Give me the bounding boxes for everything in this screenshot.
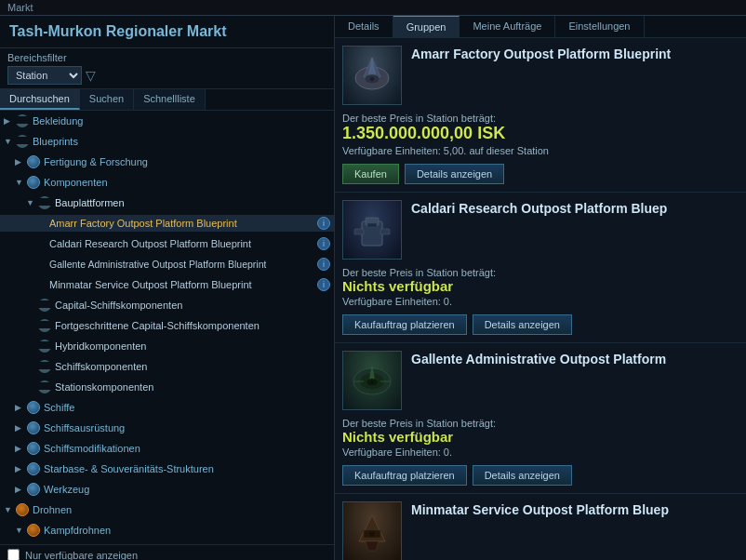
item-label: Schiffe	[44, 402, 74, 413]
units-label-gallente: Verfügbare Einheiten: 0.	[342, 447, 739, 458]
category-icon	[27, 442, 40, 455]
tree-item-minmatar-bp[interactable]: Minmatar Service Outpost Platform Bluepr…	[0, 274, 334, 295]
expand-arrow: ▼	[26, 198, 35, 207]
tree-item-kampfdrohnen[interactable]: ▼ Kampfdrohnen	[0, 520, 334, 540]
item-label: Caldari Research Outpost Platform Bluepr…	[49, 238, 251, 249]
category-icon	[38, 340, 51, 353]
category-icon-blueprints	[16, 135, 29, 148]
filter-icon[interactable]: ▽	[86, 68, 96, 83]
expand-arrow: ▼	[4, 505, 13, 514]
info-icon-amarr[interactable]: i	[317, 217, 330, 230]
market-card-caldari: Caldari Research Outpost Platform Bluep …	[335, 193, 746, 343]
station-select[interactable]: Station	[7, 66, 82, 85]
expand-arrow: ▶	[15, 444, 24, 453]
item-label: Minmatar Service Outpost Platform Bluepr…	[49, 279, 252, 290]
tab-schnellliste[interactable]: Schnellliste	[134, 89, 206, 110]
minmatar-thumbnail-svg	[345, 504, 399, 558]
detail-content: Amarr Factory Outpost Platform Blueprint…	[335, 38, 746, 560]
buy-order-button-gallente[interactable]: Kaufauftrag platzieren	[342, 465, 467, 486]
item-label: Bekleidung	[33, 115, 83, 127]
available-only-label[interactable]: Nur verfügbare anzeigen	[25, 550, 138, 561]
tree-item-gallente-bp[interactable]: Gallente Administrative Outpost Platform…	[0, 254, 334, 274]
info-icon-caldari[interactable]: i	[317, 237, 330, 250]
units-label-caldari: Verfügbare Einheiten: 0.	[342, 296, 739, 307]
tab-details[interactable]: Details	[335, 16, 393, 37]
tree-item-starbase[interactable]: ▶ Starbase- & Souveränitäts-Strukturen	[0, 459, 334, 479]
tree-item-drohnen[interactable]: ▼ Drohnen	[0, 500, 334, 520]
price-label: Der beste Preis in Station beträgt:	[342, 418, 739, 429]
buy-button-amarr[interactable]: Kaufen	[342, 164, 399, 184]
tree-item-hybrid[interactable]: Hybridkomponenten	[0, 336, 334, 356]
svg-rect-9	[380, 229, 390, 234]
market-card-gallente: Gallente Administrative Outpost Platform…	[335, 343, 746, 494]
expand-arrow: ▶	[15, 423, 24, 433]
price-section-gallente: Der beste Preis in Station beträgt: Nich…	[342, 416, 739, 460]
expand-arrow: ▼	[4, 137, 13, 146]
item-thumbnail-minmatar	[342, 501, 402, 560]
category-icon	[38, 319, 51, 332]
item-label: Blueprints	[33, 136, 78, 147]
expand-arrow: ▶	[15, 403, 24, 412]
category-icon	[27, 483, 40, 496]
market-item-header: Caldari Research Outpost Platform Bluep	[342, 200, 739, 260]
item-label: Amarr Factory Outpost Platform Blueprint	[49, 218, 237, 229]
expand-arrow: ▶	[15, 464, 24, 473]
filter-label: Bereichsfilter	[7, 52, 326, 63]
item-label: Stationskomponenten	[55, 381, 153, 393]
tab-meine-auftraege[interactable]: Meine Aufträge	[460, 16, 555, 37]
available-only-checkbox[interactable]	[7, 549, 20, 560]
left-panel: Tash-Murkon Regionaler Markt Bereichsfil…	[0, 16, 335, 560]
item-info: Gallente Administrative Outpost Platform	[411, 351, 666, 367]
tree-item-fertigung[interactable]: ▶ Fertigung & Forschung	[0, 152, 334, 172]
right-panel: Details Gruppen Meine Aufträge Einstellu…	[335, 16, 746, 560]
tree-item-schiffsausr[interactable]: ▶ Schiffsausrüstung	[0, 418, 334, 438]
tree-item-bauplattformen[interactable]: ▼ Bauplattformen	[0, 193, 334, 213]
item-label: Werkzeug	[44, 484, 89, 495]
tree-item-caldari-bp[interactable]: Caldari Research Outpost Platform Bluepr…	[0, 233, 334, 254]
category-icon	[38, 360, 51, 373]
item-title-caldari: Caldari Research Outpost Platform Bluep	[411, 200, 667, 217]
category-icon	[27, 524, 40, 537]
tab-einstellungen[interactable]: Einstellungen	[555, 16, 644, 37]
svg-point-15	[370, 380, 375, 385]
svg-rect-10	[367, 223, 377, 227]
info-icon-gallente[interactable]: i	[317, 258, 330, 271]
category-icon	[27, 421, 40, 434]
tree-item-werkzeug[interactable]: ▶ Werkzeug	[0, 479, 334, 500]
caldari-thumbnail-svg	[345, 203, 399, 257]
item-title-gallente: Gallente Administrative Outpost Platform	[411, 351, 666, 367]
market-title: Tash-Murkon Regionaler Markt	[0, 16, 334, 48]
item-info: Minmatar Service Outpost Platform Bluep	[411, 501, 669, 518]
tree-item-bekleidung[interactable]: ▶ Bekleidung	[0, 111, 334, 131]
item-label: Starbase- & Souveränitäts-Strukturen	[44, 463, 214, 474]
main-layout: Tash-Murkon Regionaler Markt Bereichsfil…	[0, 16, 746, 560]
tree-item-amarr-bp[interactable]: Amarr Factory Outpost Platform Blueprint…	[0, 213, 334, 233]
filter-section: Bereichsfilter Station ▽	[0, 48, 334, 89]
expand-arrow: ▼	[15, 526, 24, 535]
tab-gruppen[interactable]: Gruppen	[393, 16, 460, 37]
info-icon-minmatar[interactable]: i	[317, 278, 330, 291]
tree-item-schiffe[interactable]: ▶ Schiffe	[0, 397, 334, 418]
tree-item-adv-capital[interactable]: Fortgeschrittene Capital-Schiffskomponen…	[0, 315, 334, 336]
tree-item-komponenten[interactable]: ▼ Komponenten	[0, 172, 334, 193]
tab-suchen[interactable]: Suchen	[80, 89, 134, 110]
market-card-minmatar: Minmatar Service Outpost Platform Bluep	[335, 494, 746, 560]
svg-point-21	[369, 531, 375, 537]
tree-item-stationskomp[interactable]: Stationskomponenten	[0, 377, 334, 397]
buy-order-button-caldari[interactable]: Kaufauftrag platzieren	[342, 314, 467, 335]
item-info: Caldari Research Outpost Platform Bluep	[411, 200, 667, 217]
details-button-gallente[interactable]: Details anzeigen	[473, 465, 572, 486]
svg-marker-19	[366, 541, 379, 551]
item-label: Komponenten	[44, 177, 108, 188]
tree-item-schiffskomp[interactable]: Schiffskomponenten	[0, 356, 334, 377]
tree-item-blueprints[interactable]: ▼ Blueprints	[0, 131, 334, 152]
price-section-caldari: Der beste Preis in Station beträgt: Nich…	[342, 265, 739, 309]
details-button-caldari[interactable]: Details anzeigen	[473, 314, 572, 335]
bottom-checkbox-row: Nur verfügbare anzeigen	[0, 544, 334, 560]
tree-item-schiffsmod[interactable]: ▶ Schiffsmodifikationen	[0, 438, 334, 459]
details-button-amarr[interactable]: Details anzeigen	[405, 164, 504, 184]
search-tabs: Durchsuchen Suchen Schnellliste	[0, 89, 334, 111]
price-section-amarr: Der beste Preis in Station beträgt: 1.35…	[342, 111, 739, 158]
tab-durchsuchen[interactable]: Durchsuchen	[0, 89, 80, 110]
tree-item-capital[interactable]: Capital-Schiffskomponenten	[0, 295, 334, 315]
